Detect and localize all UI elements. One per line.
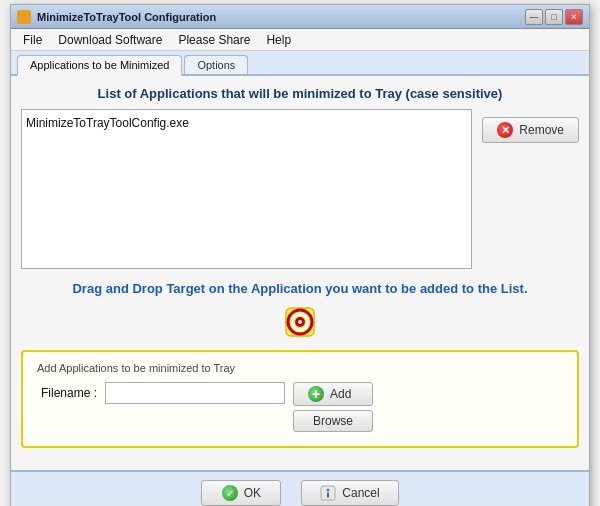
ok-button[interactable]: ✓ OK (201, 480, 281, 506)
add-icon: + (308, 386, 324, 402)
menu-bar: File Download Software Please Share Help (11, 29, 589, 51)
title-bar: MinimizeToTrayTool Configuration — □ ✕ (11, 5, 589, 29)
list-item: MinimizeToTrayToolConfig.exe (26, 114, 467, 132)
add-section: Add Applications to be minimized to Tray… (21, 350, 579, 448)
svg-point-6 (327, 489, 330, 492)
browse-label: Browse (313, 414, 353, 428)
svg-point-4 (298, 320, 302, 324)
drag-drop-text: Drag and Drop Target on the Application … (21, 281, 579, 296)
svg-rect-7 (327, 493, 329, 498)
remove-button[interactable]: ✕ Remove (482, 117, 579, 143)
remove-area: ✕ Remove (482, 109, 579, 269)
minimize-button[interactable]: — (525, 9, 543, 25)
close-button[interactable]: ✕ (565, 9, 583, 25)
window-title: MinimizeToTrayTool Configuration (37, 11, 216, 23)
main-window: MinimizeToTrayTool Configuration — □ ✕ F… (10, 4, 590, 506)
app-area: MinimizeToTrayToolConfig.exe ✕ Remove (21, 109, 579, 269)
filename-row: Filename : (37, 382, 285, 404)
menu-help[interactable]: Help (258, 31, 299, 49)
app-list-box[interactable]: MinimizeToTrayToolConfig.exe (21, 109, 472, 269)
target-icon (282, 304, 318, 340)
title-bar-text: MinimizeToTrayTool Configuration (17, 10, 216, 24)
menu-file[interactable]: File (15, 31, 50, 49)
filename-label: Filename : (37, 386, 97, 400)
bottom-bar: ✓ OK Cancel (11, 470, 589, 506)
ok-icon: ✓ (222, 485, 238, 501)
maximize-button[interactable]: □ (545, 9, 563, 25)
main-content: List of Applications that will be minimi… (11, 76, 589, 470)
remove-icon: ✕ (497, 122, 513, 138)
browse-button[interactable]: Browse (293, 410, 373, 432)
tab-options[interactable]: Options (184, 55, 248, 74)
window-controls: — □ ✕ (525, 9, 583, 25)
cancel-icon (320, 485, 336, 501)
tab-applications[interactable]: Applications to be Minimized (17, 55, 182, 76)
filename-browse-row: Filename : + Add Browse (37, 382, 563, 432)
cancel-label: Cancel (342, 486, 379, 500)
remove-label: Remove (519, 123, 564, 137)
target-icon-area (21, 304, 579, 340)
app-icon (17, 10, 31, 24)
buttons-col: + Add Browse (293, 382, 373, 432)
add-button[interactable]: + Add (293, 382, 373, 406)
filename-input[interactable] (105, 382, 285, 404)
add-label: Add (330, 387, 351, 401)
cancel-button[interactable]: Cancel (301, 480, 398, 506)
menu-please-share[interactable]: Please Share (170, 31, 258, 49)
ok-label: OK (244, 486, 261, 500)
menu-download-software[interactable]: Download Software (50, 31, 170, 49)
add-section-label: Add Applications to be minimized to Tray (37, 362, 563, 374)
tab-bar: Applications to be Minimized Options (11, 51, 589, 76)
section-heading: List of Applications that will be minimi… (21, 86, 579, 101)
